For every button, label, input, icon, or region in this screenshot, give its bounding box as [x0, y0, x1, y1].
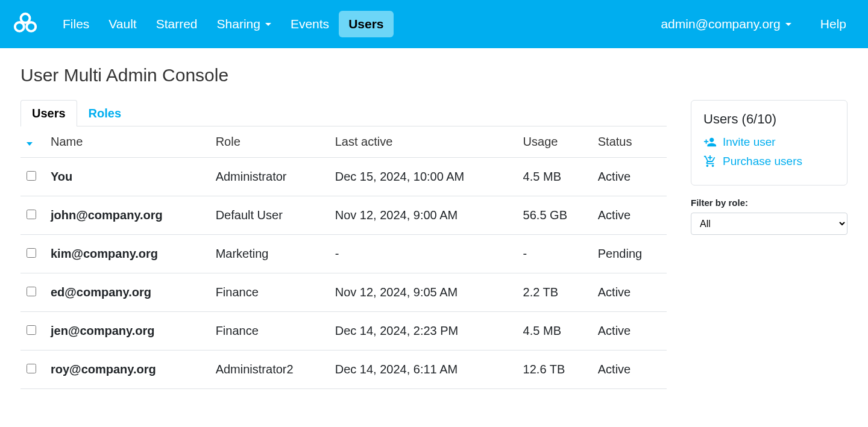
- row-checkbox[interactable]: [27, 210, 36, 219]
- cell-last-active: Dec 15, 2024, 10:00 AM: [329, 158, 517, 196]
- page-title: User Multi Admin Console: [20, 65, 848, 86]
- person-add-icon: [703, 136, 717, 149]
- account-email: admin@company.org: [661, 17, 780, 31]
- nav-sharing[interactable]: Sharing: [207, 11, 281, 37]
- purchase-users-link[interactable]: Purchase users: [703, 155, 835, 168]
- top-navbar: Files Vault Starred Sharing Events Users…: [0, 0, 868, 48]
- chevron-down-icon: [785, 23, 791, 26]
- table-row[interactable]: jen@company.org Finance Dec 14, 2024, 2:…: [20, 312, 667, 351]
- cell-last-active: -: [329, 235, 517, 273]
- cell-role: Default User: [210, 196, 329, 235]
- cell-name: You: [45, 158, 210, 196]
- cell-usage: 4.5 MB: [517, 158, 592, 196]
- table-row[interactable]: You Administrator Dec 15, 2024, 10:00 AM…: [20, 158, 667, 196]
- col-role[interactable]: Role: [210, 126, 329, 158]
- tabs: Users Roles: [20, 100, 667, 126]
- invite-user-label: Invite user: [723, 136, 776, 149]
- col-usage[interactable]: Usage: [517, 126, 592, 158]
- brand-logo[interactable]: [12, 11, 39, 37]
- table-row[interactable]: ed@company.org Finance Nov 12, 2024, 9:0…: [20, 273, 667, 312]
- cell-role: Administrator2: [210, 351, 329, 389]
- chevron-down-icon: [265, 23, 271, 26]
- nav-help[interactable]: Help: [811, 11, 856, 37]
- users-summary-card: Users (6/10) Invite user Purchase users: [691, 100, 848, 185]
- cell-status: Active: [592, 312, 667, 351]
- row-checkbox[interactable]: [27, 287, 36, 296]
- col-status[interactable]: Status: [592, 126, 667, 158]
- cell-role: Finance: [210, 312, 329, 351]
- cell-role: Finance: [210, 273, 329, 312]
- row-checkbox[interactable]: [27, 325, 36, 335]
- cell-usage: 4.5 MB: [517, 312, 592, 351]
- cell-status: Active: [592, 273, 667, 312]
- users-table: Name Role Last active Usage Status You A…: [20, 126, 667, 389]
- purchase-users-label: Purchase users: [723, 155, 802, 168]
- cell-name: jen@company.org: [45, 312, 210, 351]
- row-checkbox[interactable]: [27, 248, 36, 258]
- nav-sharing-label: Sharing: [217, 17, 260, 31]
- cell-name: kim@company.org: [45, 235, 210, 273]
- nav-events[interactable]: Events: [281, 11, 339, 37]
- svg-point-2: [27, 22, 36, 31]
- cell-status: Pending: [592, 235, 667, 273]
- cell-last-active: Dec 14, 2024, 2:23 PM: [329, 312, 517, 351]
- nav-files[interactable]: Files: [53, 11, 99, 37]
- cell-role: Administrator: [210, 158, 329, 196]
- sort-caret-icon: [27, 142, 33, 146]
- table-row[interactable]: roy@company.org Administrator2 Dec 14, 2…: [20, 351, 667, 389]
- svg-point-0: [21, 14, 30, 23]
- cell-status: Active: [592, 351, 667, 389]
- cell-status: Active: [592, 158, 667, 196]
- cell-name: roy@company.org: [45, 351, 210, 389]
- cell-usage: 2.2 TB: [517, 273, 592, 312]
- nav-vault[interactable]: Vault: [99, 11, 146, 37]
- cell-usage: -: [517, 235, 592, 273]
- sort-column[interactable]: [20, 126, 45, 158]
- tab-roles[interactable]: Roles: [77, 100, 133, 126]
- cell-name: ed@company.org: [45, 273, 210, 312]
- cart-add-icon: [703, 155, 717, 168]
- svg-point-1: [15, 22, 24, 31]
- cell-role: Marketing: [210, 235, 329, 273]
- table-row[interactable]: john@company.org Default User Nov 12, 20…: [20, 196, 667, 235]
- cell-last-active: Nov 12, 2024, 9:00 AM: [329, 196, 517, 235]
- row-checkbox[interactable]: [27, 171, 36, 181]
- tab-users[interactable]: Users: [20, 100, 77, 126]
- nav-items: Files Vault Starred Sharing Events Users: [53, 11, 651, 37]
- nav-starred[interactable]: Starred: [146, 11, 207, 37]
- cell-name: john@company.org: [45, 196, 210, 235]
- users-table-body: You Administrator Dec 15, 2024, 10:00 AM…: [20, 158, 667, 389]
- col-name[interactable]: Name: [45, 126, 210, 158]
- cell-last-active: Dec 14, 2024, 6:11 AM: [329, 351, 517, 389]
- row-checkbox[interactable]: [27, 364, 36, 373]
- table-row[interactable]: kim@company.org Marketing - - Pending: [20, 235, 667, 273]
- nav-right: admin@company.org Help: [651, 11, 856, 37]
- cell-usage: 12.6 TB: [517, 351, 592, 389]
- nav-users[interactable]: Users: [339, 11, 393, 37]
- cell-status: Active: [592, 196, 667, 235]
- filter-section: Filter by role: All: [691, 198, 848, 235]
- cell-usage: 56.5 GB: [517, 196, 592, 235]
- users-count: Users (6/10): [703, 111, 835, 127]
- cell-last-active: Nov 12, 2024, 9:05 AM: [329, 273, 517, 312]
- account-menu[interactable]: admin@company.org: [651, 11, 800, 37]
- invite-user-link[interactable]: Invite user: [703, 136, 835, 149]
- logo-icon: [12, 11, 39, 37]
- filter-role-select[interactable]: All: [691, 213, 848, 235]
- filter-by-role-label: Filter by role:: [691, 198, 848, 208]
- col-last-active[interactable]: Last active: [329, 126, 517, 158]
